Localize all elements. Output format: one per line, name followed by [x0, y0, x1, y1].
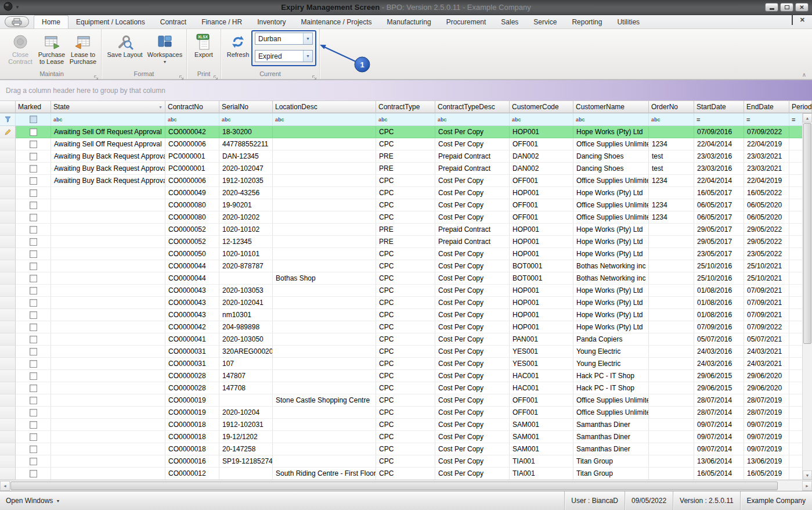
row-indicator[interactable]: [0, 468, 16, 480]
cell-customer-name[interactable]: Hope Works (Pty) Ltd: [573, 297, 649, 309]
cell-order-no[interactable]: [649, 187, 694, 199]
header-cell-serial-no[interactable]: SerialNo: [219, 100, 273, 113]
cell-marked[interactable]: [16, 346, 51, 358]
cell-contract-type[interactable]: CPC: [376, 358, 435, 370]
cell-contract-type[interactable]: CPC: [376, 297, 435, 309]
marked-checkbox[interactable]: [30, 299, 37, 307]
cell-customer-name[interactable]: Samanthas Diner: [573, 431, 649, 443]
cell-end-date[interactable]: 28/07/2019: [744, 407, 789, 419]
cell-contract-type[interactable]: CPC: [376, 407, 435, 419]
cell-location-desc[interactable]: [273, 419, 376, 431]
cell-contract-type[interactable]: CPC: [376, 211, 435, 224]
cell-contract-type-desc[interactable]: Cost Per Copy: [435, 126, 510, 138]
cell-customer-name[interactable]: Hope Works (Pty) Ltd: [573, 187, 649, 199]
cell-order-no[interactable]: test: [649, 150, 694, 163]
application-button[interactable]: [5, 16, 29, 27]
cell-contract-type[interactable]: CPC: [376, 370, 435, 382]
cell-marked[interactable]: [16, 285, 51, 297]
cell-end-date[interactable]: 23/03/2021: [744, 150, 789, 163]
cell-order-no[interactable]: [649, 297, 694, 309]
cell-order-no[interactable]: [649, 126, 694, 138]
cell-contract-no[interactable]: CO0000043: [165, 285, 219, 297]
cell-marked[interactable]: [16, 431, 51, 443]
row-indicator[interactable]: [0, 211, 16, 224]
cell-location-desc[interactable]: Stone Castle Shopping Centre: [273, 394, 376, 407]
row-indicator[interactable]: [0, 455, 16, 468]
cell-location-desc[interactable]: [273, 199, 376, 211]
cell-customer-name[interactable]: Dancing Shoes: [573, 150, 649, 163]
cell-location-desc[interactable]: [273, 150, 376, 163]
cell-contract-no[interactable]: CO0000052: [165, 224, 219, 236]
cell-customer-code[interactable]: OFF001: [510, 407, 573, 419]
row-indicator[interactable]: [0, 431, 16, 443]
cell-location-desc[interactable]: [273, 346, 376, 358]
cell-serial-no[interactable]: 447788552211: [219, 138, 273, 150]
filter-cell-customer-name[interactable]: abc: [573, 113, 649, 126]
cell-customer-name[interactable]: Hack PC - IT Shop: [573, 370, 649, 382]
cell-order-no[interactable]: test: [649, 163, 694, 175]
table-row[interactable]: CO00000432020-102041CPCCost Per CopyHOP0…: [0, 297, 812, 309]
cell-start-date[interactable]: 25/10/2016: [694, 272, 744, 285]
cell-customer-name[interactable]: Office Supplies Unlimited: [573, 211, 649, 224]
cell-order-no[interactable]: [649, 394, 694, 407]
cell-end-date[interactable]: 09/07/2019: [744, 419, 789, 431]
cell-serial-no[interactable]: [219, 468, 273, 480]
filter-cell-contract-type[interactable]: abc: [376, 113, 435, 126]
cell-serial-no[interactable]: 204-989898: [219, 321, 273, 333]
marked-checkbox[interactable]: [30, 165, 37, 173]
cell-state[interactable]: [51, 236, 165, 248]
tab-finance-hr[interactable]: Finance / HR: [194, 16, 250, 28]
cell-marked[interactable]: [16, 443, 51, 455]
cell-customer-name[interactable]: Hope Works (Pty) Ltd: [573, 126, 649, 138]
table-row[interactable]: Awaiting Sell Off Request ApprovalCO0000…: [0, 126, 812, 138]
cell-order-no[interactable]: [649, 419, 694, 431]
cell-start-date[interactable]: 22/04/2014: [694, 175, 744, 187]
cell-marked[interactable]: [16, 468, 51, 480]
marked-checkbox[interactable]: [30, 336, 37, 343]
cell-customer-code[interactable]: SAM001: [510, 443, 573, 455]
cell-location-desc[interactable]: [273, 248, 376, 260]
marked-checkbox[interactable]: [30, 311, 37, 319]
cell-serial-no[interactable]: nm10301: [219, 309, 273, 321]
header-cell-marked[interactable]: Marked: [16, 100, 51, 113]
cell-state[interactable]: [51, 443, 165, 455]
cell-start-date[interactable]: 13/06/2014: [694, 455, 744, 468]
format-dialog-launcher-icon[interactable]: [179, 72, 185, 78]
cell-state[interactable]: [51, 285, 165, 297]
cell-contract-no[interactable]: CO0000006: [165, 175, 219, 187]
cell-marked[interactable]: [16, 333, 51, 346]
cell-contract-type[interactable]: CPC: [376, 419, 435, 431]
table-row[interactable]: CO000001820-147258CPCCost Per CopySAM001…: [0, 443, 812, 455]
cell-contract-no[interactable]: CO0000019: [165, 394, 219, 407]
cell-customer-name[interactable]: Samanthas Diner: [573, 443, 649, 455]
cell-state[interactable]: Awaiting Buy Back Request Approval: [51, 163, 165, 175]
cell-marked[interactable]: [16, 260, 51, 272]
cell-order-no[interactable]: [649, 285, 694, 297]
cell-start-date[interactable]: 29/06/2015: [694, 370, 744, 382]
cell-end-date[interactable]: 22/04/2019: [744, 138, 789, 150]
cell-contract-type[interactable]: CPC: [376, 138, 435, 150]
header-cell-customer-name[interactable]: CustomerName: [573, 100, 649, 113]
filter-cell-customer-code[interactable]: abc: [510, 113, 573, 126]
table-row[interactable]: CO000001819-12/1202CPCCost Per CopySAM00…: [0, 431, 812, 443]
scroll-down-icon[interactable]: ▼: [803, 471, 812, 480]
cell-start-date[interactable]: 16/05/2014: [694, 468, 744, 480]
marked-checkbox[interactable]: [30, 458, 37, 465]
print-dialog-launcher-icon[interactable]: [213, 72, 219, 78]
cell-contract-type[interactable]: CPC: [376, 382, 435, 394]
row-indicator[interactable]: [0, 321, 16, 333]
cell-state[interactable]: [51, 407, 165, 419]
maintain-dialog-launcher-icon[interactable]: [93, 72, 99, 78]
cell-location-desc[interactable]: [273, 407, 376, 419]
cell-start-date[interactable]: 09/07/2014: [694, 419, 744, 431]
cell-customer-name[interactable]: Office Supplies Unlimited: [573, 199, 649, 211]
table-row[interactable]: CO0000042204-989898CPCCost Per CopyHOP00…: [0, 321, 812, 333]
marked-checkbox[interactable]: [30, 202, 37, 209]
status-combo-dropdown-icon[interactable]: ▼: [303, 51, 312, 62]
cell-customer-name[interactable]: Young Electric: [573, 358, 649, 370]
cell-start-date[interactable]: 25/10/2016: [694, 260, 744, 272]
cell-serial-no[interactable]: 1912-102035: [219, 175, 273, 187]
table-row[interactable]: Awaiting Buy Back Request ApprovalPC0000…: [0, 150, 812, 163]
filter-cell-order-no[interactable]: abc: [649, 113, 694, 126]
cell-marked[interactable]: [16, 321, 51, 333]
